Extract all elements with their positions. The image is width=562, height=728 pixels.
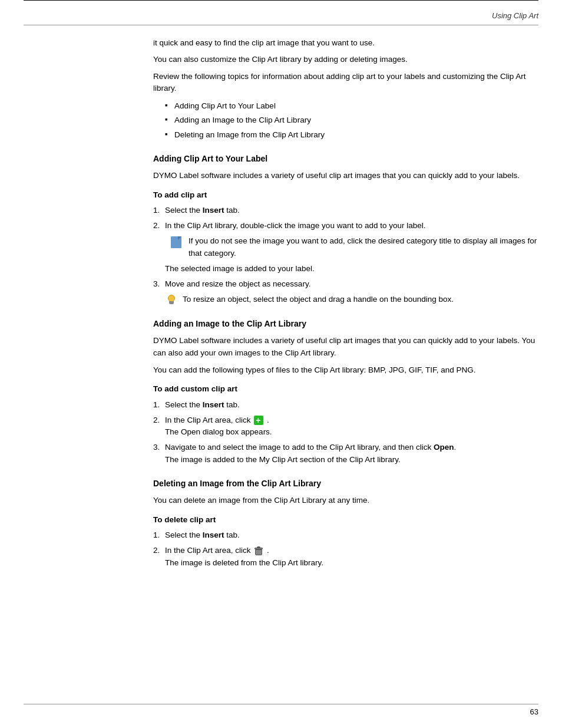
page-container: Using Clip Art it quick and easy to find… [0,0,562,728]
section1-step2: In the Clip Art library, double-click th… [153,220,538,275]
section2-step3-bold: Open [434,443,454,452]
section3-step2-before: In the Clip Art area, click [165,546,253,555]
section2-body2: You can add the following types of files… [153,364,538,377]
toc-item-2: Adding an Image to the Clip Art Library [165,114,538,126]
section2-step3-result: The image is added to the My Clip Art se… [165,455,401,464]
section1-tip: To resize an object, select the object a… [165,294,538,305]
section1-step1-bold: Insert [203,206,224,215]
intro-para-1: it quick and easy to find the clip art i… [153,37,538,49]
toc-item-3: Deleting an Image from the Clip Art Libr… [165,129,538,141]
intro-para-2: You can also customize the Clip Art libr… [153,54,538,65]
section2-step1-bold: Insert [203,400,224,409]
section1-note1-text: If you do not see the image you want to … [189,236,537,257]
trash-icon [254,546,263,556]
section3-step1: Select the Insert tab. [153,529,538,541]
bulb-base [169,301,174,304]
section3-body: You can delete an image from the Clip Ar… [153,495,538,507]
section3-heading: Deleting an Image from the Clip Art Libr… [153,477,538,490]
section1-note1: If you do not see the image you want to … [171,235,538,259]
bulb-icon [167,295,176,305]
bottom-divider [24,704,538,704]
section1-body: DYMO Label software includes a variety o… [153,170,538,182]
section3-step1-after: tab. [224,531,240,539]
section2-step3: Navigate to and select the image to add … [153,442,538,466]
section1-step3: Move and resize the object as necessary. [153,278,538,290]
section2-step2-before: In the Clip Art area, click [165,416,253,424]
section2-steps: Select the Insert tab. In the Clip Art a… [153,399,538,466]
section2-step2-after: . [267,416,269,424]
section2-step3-before: Navigate to and select the image to add … [165,443,434,452]
toc-item-1: Adding Clip Art to Your Label [165,100,538,112]
section3-step2-after: . [267,546,269,555]
section2-body1: DYMO Label software includes a variety o… [153,335,538,360]
section1-subheading: To add clip art [153,189,538,201]
section3-step1-bold: Insert [203,531,224,539]
section1-step3-text: Move and resize the object as necessary. [165,279,310,288]
main-content: it quick and easy to find the clip art i… [0,25,562,608]
trash-body [255,549,262,555]
section3-steps: Select the Insert tab. In the Clip Art a… [153,529,538,569]
section3-subheading: To delete clip art [153,514,538,526]
section3-step1-before: Select the [165,531,203,539]
section1-step1-after: tab. [224,206,240,215]
doc-icon [171,236,181,248]
section1-step1-before: Select the [165,206,203,215]
header-title: Using Clip Art [0,6,562,25]
section1-step2-text: In the Clip Art library, double-click th… [165,221,425,230]
toc-list: Adding Clip Art to Your Label Adding an … [165,100,538,141]
section1-tip-text: To resize an object, select the object a… [183,295,454,304]
section1-steps: Select the Insert tab. In the Clip Art l… [153,205,538,291]
footer-page-number: 63 [530,707,538,716]
top-rule [24,0,538,6]
section2-heading: Adding an Image to the Clip Art Library [153,318,538,330]
section2-subheading: To add custom clip art [153,383,538,395]
add-icon [254,416,263,425]
section2-step3-after: . [454,443,457,452]
intro-para-3: Review the following topics for informat… [153,71,538,95]
section2-step2-result: The Open dialog box appears. [165,427,272,436]
section2-step1: Select the Insert tab. [153,399,538,411]
section1-step1: Select the Insert tab. [153,205,538,216]
section1-step2-result: The selected image is added to your labe… [165,264,315,273]
section2-step1-after: tab. [224,400,240,409]
section3-step2: In the Clip Art area, click . The image … [153,545,538,569]
section3-step2-result: The image is deleted from the Clip Art l… [165,558,323,567]
section1-heading: Adding Clip Art to Your Label [153,153,538,165]
section2-step2: In the Clip Art area, click . The Open d… [153,414,538,439]
section2-step1-before: Select the [165,400,203,409]
